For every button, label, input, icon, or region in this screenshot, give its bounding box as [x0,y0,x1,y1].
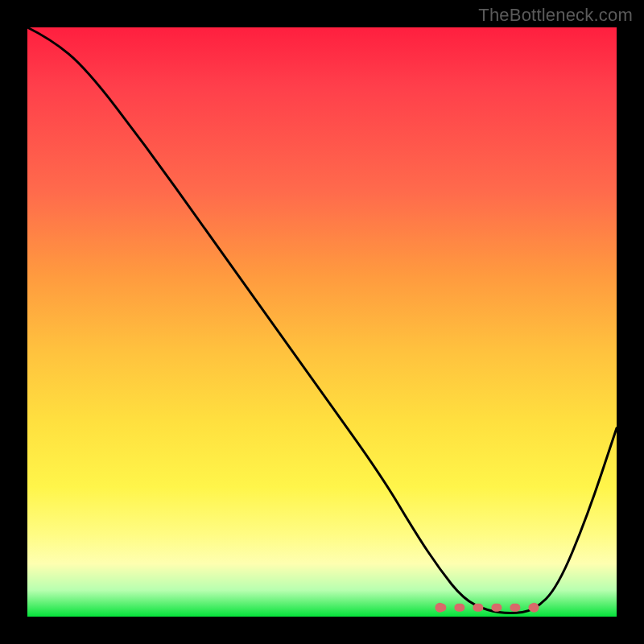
flat-region-end-dot [530,603,539,613]
chart-frame: TheBottleneck.com [0,0,644,644]
flat-region-start-dot [435,603,444,613]
bottleneck-curve-path [27,27,617,613]
plot-area [27,27,617,617]
watermark-text: TheBottleneck.com [478,5,633,26]
curve-svg [27,27,617,617]
